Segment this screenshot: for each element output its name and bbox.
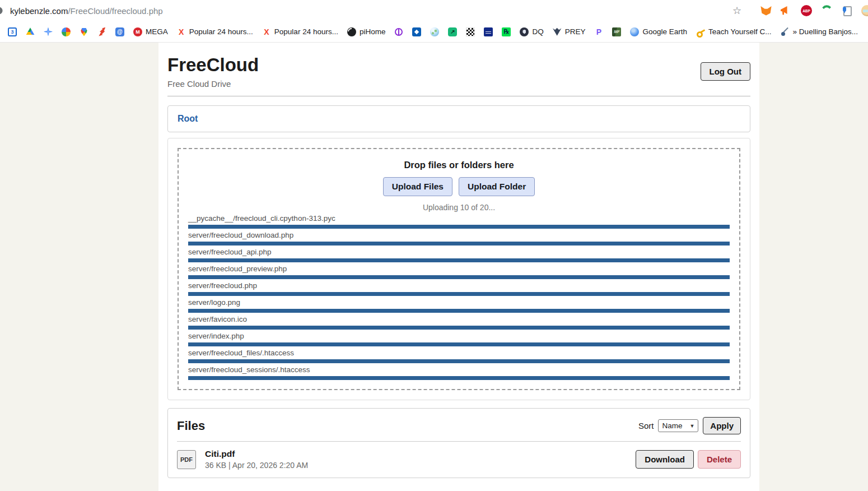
upload-filename: server/freecloud_sessions/.htaccess	[188, 365, 730, 374]
google-voice-icon[interactable]	[821, 5, 832, 16]
bookmark-label: PREY	[565, 27, 586, 36]
upload-item: server/freecloud_sessions/.htaccess	[188, 365, 730, 380]
mega-icon	[133, 27, 142, 36]
bookmark-label: Teach Yourself C...	[708, 27, 772, 36]
mic-capture-icon[interactable]	[841, 5, 852, 16]
bookmark-item[interactable]	[44, 27, 53, 36]
bookmark-item[interactable]	[412, 27, 421, 36]
bookmark-item[interactable]	[394, 27, 403, 36]
progress-fill	[188, 292, 730, 296]
bookmark-item[interactable]	[97, 27, 106, 36]
upload-filename: server/freecloud_preview.php	[188, 265, 730, 274]
upload-filename: server/freecloud_download.php	[188, 231, 730, 240]
p-purple-icon	[594, 27, 603, 36]
progress-track	[188, 359, 730, 363]
upload-item: server/freecloud_preview.php	[188, 265, 730, 279]
dropzone[interactable]: Drop files or folders here Upload Files …	[178, 148, 740, 390]
bookmark-item[interactable]: Popular 24 hours...	[177, 27, 253, 36]
bookmark-item[interactable]	[612, 27, 621, 36]
globe-icon	[430, 27, 439, 36]
bookmark-label: Popular 24 hours...	[189, 27, 253, 36]
bookmark-item[interactable]: Google Earth	[630, 27, 687, 36]
upload-item: server/freecloud_files/.htaccess	[188, 349, 730, 363]
upload-filename: server/freecloud.php	[188, 281, 730, 290]
progress-fill	[188, 326, 730, 330]
apply-button[interactable]: Apply	[703, 417, 741, 434]
upload-item: server/logo.png	[188, 298, 730, 313]
download-button[interactable]: Download	[636, 450, 694, 469]
files-divider	[177, 441, 741, 442]
page-header: FreeCloud Free Cloud Drive Log Out	[167, 43, 750, 89]
megaphone-icon[interactable]	[781, 5, 792, 16]
progress-track	[188, 342, 730, 346]
upload-panel: Drop files or folders here Upload Files …	[167, 138, 750, 400]
delete-button[interactable]: Delete	[698, 450, 741, 469]
bookmark-item[interactable]: Popular 24 hours...	[262, 27, 338, 36]
bookmark-item[interactable]	[8, 27, 17, 36]
title-block: FreeCloud Free Cloud Drive	[167, 54, 259, 89]
files-header: Files Sort Name ▼ Apply	[177, 417, 741, 434]
bookmark-item[interactable]	[80, 27, 88, 36]
progress-fill	[188, 309, 730, 313]
file-actions: Download Delete	[636, 450, 741, 469]
progress-track	[188, 225, 730, 229]
bookmark-item[interactable]	[115, 27, 124, 36]
header-divider	[167, 96, 750, 96]
breadcrumb-root-link[interactable]: Root	[178, 114, 198, 123]
bookmark-item[interactable]	[466, 27, 475, 36]
at-sign-icon	[115, 27, 124, 36]
progress-track	[188, 326, 730, 330]
bookmark-item[interactable]	[502, 27, 511, 36]
yellow-key-icon	[696, 27, 705, 36]
upload-status: Uploading 10 of 20...	[188, 203, 730, 212]
upload-item: server/freecloud_api.php	[188, 248, 730, 262]
bookmark-item[interactable]: MEGA	[133, 27, 168, 36]
url-bar[interactable]: kylebenzle.com/FreeCloud/freecloud.php ☆…	[0, 0, 868, 21]
bookmark-star-icon[interactable]: ☆	[731, 5, 743, 16]
file-type-badge: PDF	[177, 450, 196, 469]
progress-fill	[188, 258, 730, 262]
bookmark-item[interactable]: PREY	[553, 27, 586, 36]
x-red-icon	[262, 27, 271, 36]
bookmark-item[interactable]	[484, 27, 493, 36]
upload-folder-button[interactable]: Upload Folder	[459, 177, 535, 196]
progress-track	[188, 292, 730, 296]
bookmark-item[interactable]	[26, 27, 35, 36]
bookmark-item[interactable]	[430, 27, 439, 36]
weather-channel-icon	[484, 27, 493, 36]
upload-files-button[interactable]: Upload Files	[383, 177, 452, 196]
files-list: PDF Citi.pdf 36 KB | Apr 20, 2026 2:20 A…	[177, 449, 741, 470]
file-row: PDF Citi.pdf 36 KB | Apr 20, 2026 2:20 A…	[177, 449, 741, 470]
logout-button[interactable]: Log Out	[701, 62, 750, 81]
progress-fill	[188, 342, 730, 346]
upload-item: __pycache__/freecloud_cli.cpython-313.py…	[188, 214, 730, 229]
sort-select[interactable]: Name ▼	[658, 419, 698, 432]
upload-filename: server/index.php	[188, 332, 730, 341]
bookmark-label: » Duelling Banjos...	[793, 27, 858, 36]
bookmark-item[interactable]: Teach Yourself C...	[696, 27, 772, 36]
bookmark-item[interactable]: » Duelling Banjos...	[781, 27, 858, 36]
adblock-plus-icon[interactable]: ABP	[801, 5, 812, 16]
metamask-icon[interactable]	[760, 5, 772, 16]
file-meta: 36 KB | Apr 20, 2026 2:20 AM	[205, 461, 308, 470]
bookmark-item[interactable]	[594, 27, 603, 36]
address-url[interactable]: kylebenzle.com/FreeCloud/freecloud.php	[10, 6, 163, 16]
bookmark-item[interactable]	[62, 27, 71, 36]
profile-avatar-icon[interactable]	[861, 5, 868, 16]
peace-icon	[394, 27, 403, 36]
bookmark-item[interactable]: piHome	[347, 27, 386, 36]
freecloud-page: FreeCloud Free Cloud Drive Log Out Root …	[158, 43, 759, 491]
google-drive-icon	[26, 27, 35, 36]
page-title: FreeCloud	[167, 54, 259, 76]
bookmarks-bar: MEGA Popular 24 hours... Popular 24 hour…	[0, 21, 868, 43]
progress-fill	[188, 225, 730, 229]
dark-globe-icon	[347, 27, 356, 36]
gemini-sparkle-icon	[44, 27, 53, 36]
files-heading: Files	[177, 419, 205, 433]
bookmark-item[interactable]	[448, 27, 457, 36]
progress-track	[188, 258, 730, 262]
bookmark-item[interactable]: DQ	[520, 27, 543, 36]
upload-buttons-row: Upload Files Upload Folder	[188, 177, 730, 196]
progress-fill	[188, 242, 730, 246]
prey-icon	[553, 27, 562, 36]
